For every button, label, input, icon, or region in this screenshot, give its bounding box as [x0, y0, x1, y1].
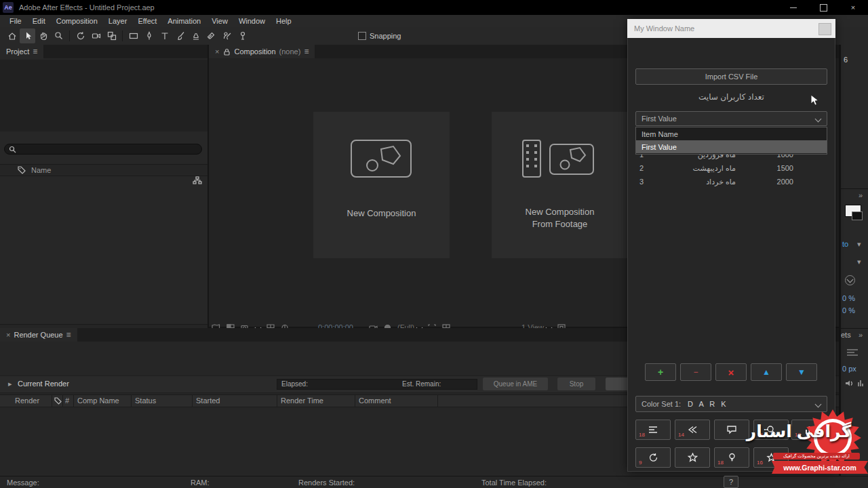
render-queue-tab[interactable]: × Render Queue ≡	[0, 328, 77, 342]
panel-menu-icon[interactable]: ≡	[304, 48, 309, 55]
dropdown-option-item-name[interactable]: Item Name	[636, 127, 827, 140]
status-total-time-label: Total Time Elapsed:	[481, 479, 547, 487]
import-csv-button[interactable]: Import CSV File	[635, 68, 827, 85]
col-comment[interactable]: Comment	[359, 396, 391, 405]
row-index: 2	[639, 164, 644, 172]
maximize-button[interactable]	[808, 0, 838, 15]
menu-item-effect[interactable]: Effect	[132, 17, 162, 25]
window-title: Adobe After Effects - Untitled Project.a…	[19, 3, 155, 12]
snapping-toggle[interactable]: Snapping	[358, 32, 401, 40]
zoom-tool[interactable]	[51, 28, 66, 43]
preset-star-badge-button[interactable]	[675, 447, 710, 468]
tab-close-icon[interactable]: ×	[6, 331, 10, 339]
composition-panel-tab[interactable]: × Composition (none) ≡	[209, 45, 315, 58]
dropdown-option-first-value[interactable]: First Value	[636, 140, 827, 153]
script-window-titlebar[interactable]: My Window Name	[627, 19, 835, 39]
eraser-tool[interactable]	[203, 28, 219, 43]
watermark-url-ribbon: www.Graphi-star.com	[772, 461, 868, 474]
add-row-button[interactable]: +	[645, 363, 676, 381]
tab-close-icon[interactable]: ×	[215, 47, 219, 56]
menu-item-help[interactable]: Help	[271, 17, 297, 25]
pen-tool[interactable]	[141, 28, 157, 43]
col-started[interactable]: Started	[196, 396, 220, 405]
preset-list-bars-button[interactable]: 18	[635, 420, 671, 440]
minimize-button[interactable]	[778, 0, 808, 15]
roto-brush-tool[interactable]	[219, 28, 235, 43]
color-set-label: Color Set 1:	[642, 400, 681, 408]
move-up-button[interactable]: ▲	[751, 363, 782, 381]
expand-circle-icon[interactable]	[845, 275, 855, 285]
hand-tool[interactable]	[35, 28, 51, 43]
col-number[interactable]: #	[65, 396, 69, 405]
puppet-pin-tool[interactable]	[235, 28, 250, 43]
camera-tool[interactable]	[88, 28, 104, 43]
panel-tab-fragment[interactable]: ets	[841, 331, 851, 339]
project-search-input[interactable]	[4, 144, 202, 155]
rotate-tool[interactable]	[73, 28, 88, 43]
caret-icon[interactable]: ▾	[857, 258, 861, 266]
level-meter-icon[interactable]	[857, 380, 864, 387]
lock-icon[interactable]	[222, 47, 231, 56]
type-tool[interactable]	[157, 28, 172, 43]
composition-tab-label: Composition	[234, 47, 275, 56]
menu-item-view[interactable]: View	[206, 17, 233, 25]
new-composition-from-footage-card[interactable]: New Composition From Footage	[492, 112, 628, 258]
preset-count: 9	[639, 460, 642, 466]
menu-item-window[interactable]: Window	[233, 17, 271, 25]
stroke-color-swatch[interactable]	[852, 211, 863, 220]
table-row[interactable]: 3 ماه خرداد 2000	[635, 175, 827, 188]
menu-item-animation[interactable]: Animation	[162, 17, 206, 25]
percent-value-a[interactable]: 0 %	[842, 294, 855, 302]
script-window-close-button[interactable]	[818, 23, 831, 35]
col-render[interactable]: Render	[15, 396, 39, 405]
script-window: My Window Name Import CSV File تعداد کار…	[627, 19, 835, 472]
clone-stamp-tool[interactable]	[188, 28, 203, 43]
menu-item-file[interactable]: File	[4, 17, 27, 25]
info-value-fragment: 6	[844, 56, 848, 64]
stop-button[interactable]: Stop	[557, 378, 595, 390]
status-message-label: Message:	[7, 479, 39, 487]
expand-triangle-icon[interactable]: ▸	[8, 380, 12, 388]
close-button[interactable]: ×	[838, 0, 868, 15]
panel-menu-icon[interactable]: ≡	[33, 48, 37, 55]
menu-item-edit[interactable]: Edit	[27, 17, 51, 25]
caret-icon[interactable]: ▾	[857, 240, 861, 249]
remove-row-button[interactable]: −	[680, 363, 711, 381]
new-composition-card[interactable]: New Composition	[313, 112, 450, 258]
delete-all-button[interactable]: ×	[715, 363, 747, 381]
table-row[interactable]: 2 ماه اردیبهشت 1500	[635, 161, 827, 175]
shape-tool[interactable]	[125, 28, 141, 43]
name-column-header[interactable]: Name	[31, 166, 51, 174]
snapping-checkbox[interactable]	[358, 32, 366, 40]
project-preview-area	[0, 60, 208, 131]
pan-behind-tool[interactable]	[104, 28, 119, 43]
selection-tool[interactable]	[20, 28, 35, 43]
menu-item-layer[interactable]: Layer	[103, 17, 133, 25]
col-status[interactable]: Status	[135, 396, 156, 405]
speaker-icon[interactable]	[845, 380, 853, 387]
align-lines-icon[interactable]	[846, 348, 859, 357]
panel-menu-icon[interactable]: ≡	[66, 331, 71, 338]
help-button[interactable]: ?	[724, 476, 738, 488]
flowchart-icon[interactable]	[193, 176, 202, 184]
move-down-button[interactable]: ▼	[786, 363, 817, 381]
project-panel-tab[interactable]: Project ≡	[0, 45, 43, 58]
panel-overflow-chevron[interactable]: »	[859, 191, 863, 199]
preset-flow-arrows-button[interactable]: 14	[675, 420, 710, 440]
preset-rotate-button[interactable]: 9	[635, 447, 671, 468]
brush-tool[interactable]	[172, 28, 188, 43]
value-dropdown[interactable]: First Value	[635, 111, 827, 126]
panel-overflow-chevron[interactable]: »	[859, 331, 863, 339]
col-render-time[interactable]: Render Time	[281, 396, 323, 405]
color-set-value: D A R K	[688, 400, 728, 408]
percent-value-b[interactable]: 0 %	[842, 306, 855, 314]
tag-column-icon[interactable]	[54, 397, 62, 405]
tag-column-icon[interactable]	[18, 166, 26, 174]
queue-in-ame-button[interactable]: Queue in AME	[483, 378, 548, 390]
menu-item-composition[interactable]: Composition	[51, 17, 103, 25]
col-comp-name[interactable]: Comp Name	[77, 396, 119, 405]
home-tool[interactable]	[4, 28, 20, 43]
pixel-value[interactable]: 0 px	[842, 365, 856, 373]
project-columns-header: Name	[0, 164, 208, 176]
preset-count: 14	[678, 432, 684, 438]
